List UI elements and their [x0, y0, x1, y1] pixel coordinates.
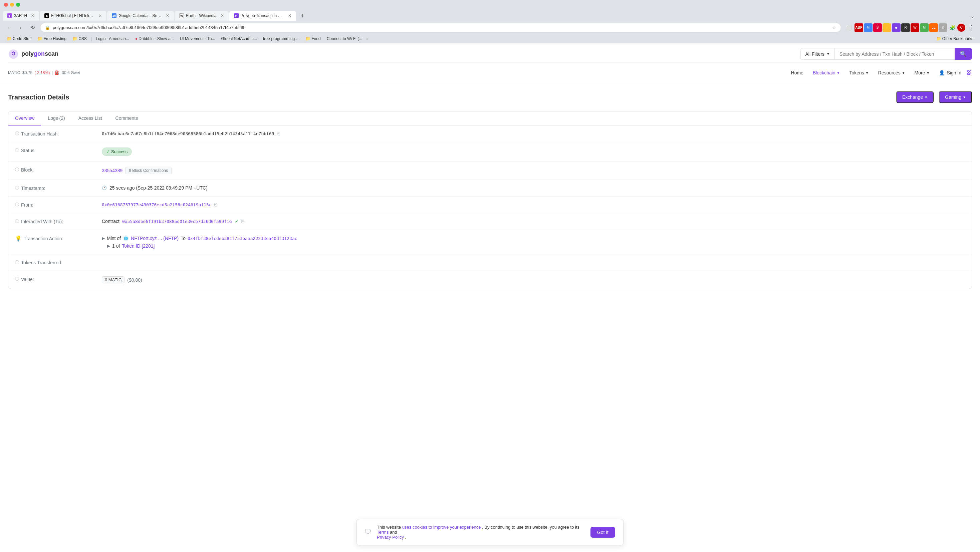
link-icon[interactable]: ⛓: [966, 69, 972, 76]
ext-icon-9[interactable]: 🦊: [929, 23, 938, 32]
help-icon-from[interactable]: ⓘ: [15, 202, 19, 208]
tab-gcal[interactable]: 25 Google Calendar - September... ✕: [107, 11, 174, 21]
matic-price: MATIC: $0.75: [8, 70, 32, 75]
ext-avatar-icon[interactable]: C: [957, 24, 965, 32]
nav-home[interactable]: Home: [786, 67, 808, 78]
gas-price: 30.6 Gwei: [62, 70, 80, 75]
nav-bar: ‹ › ↻ 🔒 polygonscan.com/tx/0x7d6cbac6c7a…: [0, 21, 980, 34]
cookie-terms-link[interactable]: Terms: [377, 530, 390, 535]
exchange-button[interactable]: Exchange ▼: [896, 91, 934, 103]
main-nav: Home Blockchain ▼ Tokens ▼ Resources ▼ M…: [786, 65, 972, 81]
tab-close-wiki[interactable]: ✕: [221, 13, 224, 18]
help-icon-block[interactable]: ⓘ: [15, 167, 19, 173]
menu-button[interactable]: ⋮: [967, 23, 976, 32]
bookmark-star-icon[interactable]: ☆: [832, 25, 836, 30]
bookmark-free-programming[interactable]: free-programming-...: [260, 36, 302, 42]
bookmark-ui-movement[interactable]: UI Movement - Th...: [177, 36, 218, 42]
cookie-privacy-link[interactable]: Privacy Policy: [377, 535, 405, 540]
bookmark-login[interactable]: Login - American...: [93, 36, 132, 42]
bookmark-netacad[interactable]: Global NetAcad In...: [219, 36, 260, 42]
address-bar[interactable]: 🔒 polygonscan.com/tx/0x7d6cbac6c7a67c8b1…: [40, 23, 841, 32]
search-button[interactable]: 🔍: [955, 48, 972, 60]
ext-icon-7[interactable]: W: [911, 23, 919, 32]
search-input[interactable]: [834, 48, 955, 60]
ext-icon-2[interactable]: M: [864, 23, 872, 32]
tab-comments[interactable]: Comments: [109, 111, 145, 126]
tab-polygon[interactable]: P Polygon Transaction Hash (Tx... ✕: [229, 11, 296, 21]
tab-ethglobal[interactable]: E ETHGlobal | ETHOnline 2022 ✕: [40, 11, 107, 21]
tab-expand-button[interactable]: ⌄: [968, 11, 977, 21]
tab-overview[interactable]: Overview: [8, 111, 41, 126]
reload-button[interactable]: ↻: [28, 23, 37, 32]
tab-favicon-gcal: 25: [112, 13, 116, 18]
help-icon-tokens[interactable]: ⓘ: [15, 260, 19, 265]
tab-wiki[interactable]: W Earth - Wikipedia ✕: [175, 11, 228, 21]
bookmark-food[interactable]: 📁 Food: [303, 36, 323, 42]
help-icon-hash[interactable]: ⓘ: [15, 131, 19, 137]
copy-from-icon[interactable]: ⎘: [214, 202, 217, 207]
copy-to-icon[interactable]: ⎘: [241, 219, 244, 224]
ext-icon-8[interactable]: M: [920, 23, 929, 32]
tab-access-list[interactable]: Access List: [72, 111, 109, 126]
cast-icon[interactable]: ⬜: [844, 23, 853, 32]
folder-icon-3: 📁: [72, 37, 78, 41]
nav-blockchain[interactable]: Blockchain ▼: [808, 67, 845, 78]
ext-puzzle-icon[interactable]: 🧩: [948, 23, 957, 32]
action-address-link[interactable]: 0x4fbf38efcdeb381f753baaa22233ca40df3123…: [188, 235, 298, 241]
help-icon-value[interactable]: ⓘ: [15, 276, 19, 282]
minimize-traffic-light[interactable]: [10, 3, 14, 7]
tab-close-polygon[interactable]: ✕: [288, 13, 291, 18]
new-tab-button[interactable]: +: [298, 11, 307, 21]
from-label: ⓘ From:: [15, 202, 102, 208]
tab-close-ethglobal[interactable]: ✕: [99, 13, 102, 18]
ext-icon-4[interactable]: ⚡: [883, 23, 891, 32]
bookmark-wifi[interactable]: Connect to Wi-Fi (...: [324, 36, 365, 42]
maximize-traffic-light[interactable]: [16, 3, 20, 7]
nav-resources[interactable]: Resources ▼: [873, 67, 910, 78]
action-arrow: ▶: [102, 236, 105, 241]
forward-button[interactable]: ›: [16, 23, 25, 32]
from-address-link[interactable]: 0x0e6168757977e490376ecd5a2f58c0246f9af1…: [102, 202, 212, 207]
timestamp-label: ⓘ Timestamp:: [15, 185, 102, 191]
search-filter-dropdown[interactable]: All Filters ▼: [800, 48, 834, 60]
help-icon-to[interactable]: ⓘ: [15, 219, 19, 224]
bookmark-dribbble[interactable]: ● Dribbble - Show a...: [132, 36, 177, 42]
nav-sign-in[interactable]: 👤 Sign In: [934, 67, 966, 78]
tab-close-gcal[interactable]: ✕: [166, 13, 169, 18]
tab-3arth[interactable]: 3 3ARTH ✕: [3, 11, 39, 21]
copy-hash-icon[interactable]: ⎘: [277, 131, 280, 136]
lock-icon: 🔒: [45, 25, 50, 30]
bookmark-css[interactable]: 📁 CSS: [70, 36, 89, 42]
to-address-link[interactable]: 0x55a8dbe6f191b370885d01e30cb7d36d0fa99f…: [122, 219, 232, 224]
nav-tokens[interactable]: Tokens ▼: [845, 67, 873, 78]
value-content: 0 MATIC ($0.00): [102, 276, 965, 283]
other-bookmarks[interactable]: 📁 Other Bookmarks: [934, 36, 976, 42]
help-icon-status[interactable]: ⓘ: [15, 148, 19, 153]
close-traffic-light[interactable]: [4, 3, 8, 7]
nav-more[interactable]: More ▼: [910, 67, 935, 78]
ext-icon-5[interactable]: ◆: [892, 23, 900, 32]
ext-icon-10[interactable]: ⚙: [939, 23, 947, 32]
token-id-link[interactable]: Token ID [2201]: [122, 243, 154, 249]
ext-icon-3[interactable]: S: [873, 23, 882, 32]
bookmark-code-stuff[interactable]: 📁 Code Stuff: [4, 36, 34, 42]
gaming-button[interactable]: Gaming ▼: [939, 91, 972, 103]
ext-abp-icon[interactable]: ABP: [854, 23, 863, 32]
header-action-buttons: Exchange ▼ Gaming ▼: [896, 91, 972, 103]
polygonscan-logo[interactable]: polygonscan: [8, 49, 59, 59]
ext-icon-6[interactable]: R: [901, 23, 910, 32]
tab-logs[interactable]: Logs (2): [41, 111, 72, 126]
tab-close-3arth[interactable]: ✕: [31, 13, 34, 18]
dribbble-icon: ●: [135, 37, 137, 41]
back-button[interactable]: ‹: [4, 23, 13, 32]
cookie-uses-link[interactable]: uses cookies to improve your experience: [402, 525, 482, 530]
row-status: ⓘ Status: ✓ Success: [8, 142, 972, 162]
row-value: ⓘ Value: 0 MATIC ($0.00): [8, 271, 972, 289]
nftport-link[interactable]: NFTPort.xyz ... (NFTP): [131, 235, 178, 241]
help-icon-timestamp[interactable]: ⓘ: [15, 185, 19, 191]
row-block: ⓘ Block: 33554389 8 Block Confirmations: [8, 162, 972, 180]
bookmark-free-hosting[interactable]: 📁 Free Hosting: [35, 36, 69, 42]
block-number-link[interactable]: 33554389: [102, 168, 123, 173]
cookie-got-it-button[interactable]: Got It: [590, 527, 615, 538]
tab-title-ethglobal: ETHGlobal | ETHOnline 2022: [51, 13, 94, 18]
